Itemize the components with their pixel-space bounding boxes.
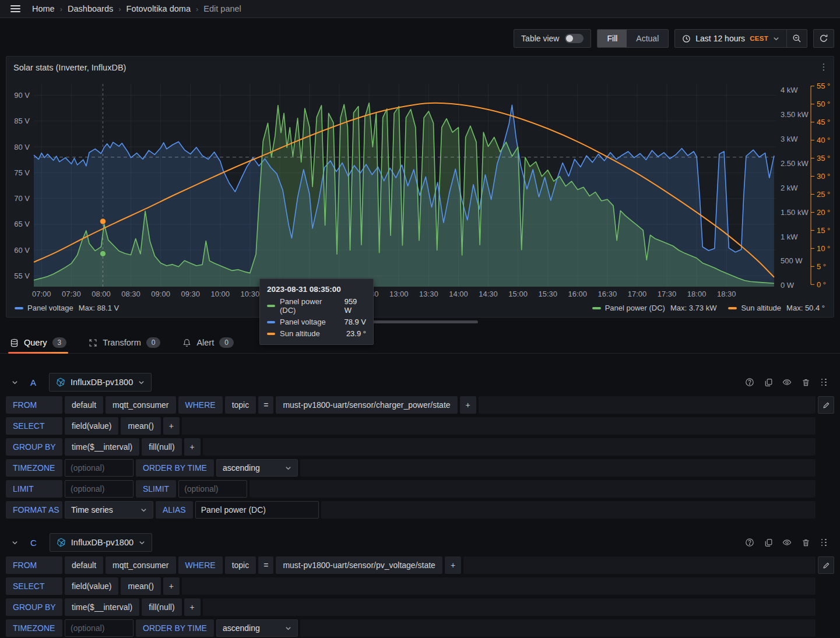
- duplicate-query-button[interactable]: [761, 535, 776, 550]
- tooltip-time: 2023-08-31 08:35:00: [267, 285, 366, 294]
- query-segment[interactable]: fill(null): [142, 598, 181, 616]
- table-view-switch[interactable]: [565, 34, 584, 43]
- breadcrumb-item[interactable]: Home: [32, 4, 55, 13]
- edit-toolbar: Table view Fill Actual Last 12 hours CES…: [0, 18, 840, 48]
- refresh-icon: [819, 34, 828, 43]
- query-help-button[interactable]: [742, 535, 757, 550]
- query-select[interactable]: ascending: [216, 459, 298, 477]
- query-row-end-spacer: [818, 459, 834, 477]
- query-add-button[interactable]: +: [163, 577, 180, 595]
- svg-text:10:00: 10:00: [211, 290, 230, 298]
- query-add-button[interactable]: +: [184, 598, 201, 616]
- query-help-button[interactable]: [742, 375, 757, 390]
- panel-solar-stats: Solar stats (Inverter, InfluxDB) ⋮ 55 V6…: [6, 56, 834, 318]
- fill-button[interactable]: Fill: [598, 30, 627, 47]
- query-input-field[interactable]: [71, 623, 128, 633]
- datasource-picker[interactable]: InfluxDB-pv1800: [50, 533, 152, 552]
- query-segment[interactable]: default: [65, 396, 103, 414]
- svg-text:3.50 kW: 3.50 kW: [781, 110, 809, 119]
- delete-query-button[interactable]: [798, 535, 813, 550]
- datasource-picker[interactable]: InfluxDB-pv1800: [49, 373, 152, 392]
- legend-item[interactable]: Panel voltageMax: 88.1 V: [15, 304, 119, 312]
- delete-query-button[interactable]: [798, 375, 813, 390]
- tooltip-row: Panel power (DC)959 W: [267, 297, 366, 315]
- query-segment[interactable]: mean(): [121, 417, 160, 435]
- svg-text:13:00: 13:00: [389, 290, 409, 298]
- breadcrumb-item[interactable]: Dashboards: [68, 4, 113, 13]
- query-segment[interactable]: time($__interval): [65, 598, 139, 616]
- tab-query[interactable]: Query3: [8, 332, 68, 353]
- query-card-c: CInfluxDB-pv1800FROMdefaultmqtt_consumer…: [6, 533, 834, 637]
- query-select[interactable]: ascending: [216, 619, 298, 637]
- refresh-button[interactable]: [813, 29, 834, 48]
- collapse-chevron-icon[interactable]: [6, 374, 23, 390]
- query-add-button[interactable]: +: [460, 396, 476, 414]
- query-segment[interactable]: must-pv1800-uart/sensor/charger_power/st…: [276, 396, 457, 414]
- chart-svg[interactable]: 55 V60 V65 V70 V75 V80 V85 V90 V0 W500 W…: [6, 79, 834, 301]
- tab-transform[interactable]: Transform0: [87, 332, 162, 353]
- query-input-field[interactable]: [71, 484, 128, 494]
- svg-text:90 V: 90 V: [14, 91, 30, 100]
- query-keyword: GROUP BY: [6, 598, 62, 616]
- query-row-filler: [203, 438, 816, 456]
- query-segment[interactable]: mqtt_consumer: [106, 556, 175, 574]
- query-segment[interactable]: fill(null): [142, 438, 181, 456]
- query-segment[interactable]: field(value): [65, 417, 118, 435]
- query-operator[interactable]: =: [258, 396, 273, 414]
- query-input[interactable]: [65, 459, 133, 477]
- query-input[interactable]: [65, 480, 133, 498]
- tooltip-series-mark: [267, 305, 275, 307]
- time-range-picker[interactable]: Last 12 hours CEST: [675, 30, 786, 47]
- query-add-button[interactable]: +: [445, 556, 461, 574]
- panel-menu-icon[interactable]: ⋮: [816, 59, 831, 75]
- timezone-label: CEST: [750, 35, 768, 42]
- query-input-field[interactable]: [71, 463, 128, 473]
- drag-handle[interactable]: [817, 535, 832, 550]
- query-segment[interactable]: field(value): [65, 577, 118, 595]
- collapse-chevron-icon[interactable]: [6, 534, 23, 551]
- query-input[interactable]: [195, 501, 319, 519]
- query-segment[interactable]: mqtt_consumer: [106, 396, 175, 414]
- tab-alert[interactable]: Alert0: [181, 332, 236, 353]
- datasource-name: InfluxDB-pv1800: [71, 378, 133, 387]
- svg-text:65 V: 65 V: [14, 220, 30, 228]
- svg-text:09:30: 09:30: [181, 290, 200, 298]
- query-add-button[interactable]: +: [163, 417, 180, 435]
- query-input-field[interactable]: [201, 505, 313, 514]
- toggle-visibility-button[interactable]: [779, 535, 795, 550]
- chart-tooltip: 2023-08-31 08:35:00 Panel power (DC)959 …: [259, 279, 374, 345]
- toggle-visibility-button[interactable]: [779, 375, 795, 390]
- query-select[interactable]: Time series: [65, 501, 153, 519]
- influxdb-icon: [56, 378, 65, 387]
- legend-series-max: Max: 3.73 kW: [670, 304, 716, 312]
- svg-text:09:00: 09:00: [151, 290, 170, 298]
- duplicate-query-button[interactable]: [761, 375, 776, 390]
- query-segment[interactable]: must-pv1800-uart/sensor/pv_voltage/state: [276, 556, 442, 574]
- horizontal-scrollbar[interactable]: [371, 320, 478, 323]
- query-segment[interactable]: time($__interval): [65, 438, 139, 456]
- legend-item[interactable]: Sun altitudeMax: 50.4 °: [728, 304, 825, 312]
- query-input-field[interactable]: [184, 484, 241, 494]
- query-row: FORMAT ASTime seriesALIAS: [6, 501, 834, 519]
- query-segment[interactable]: mean(): [121, 577, 160, 595]
- actual-button[interactable]: Actual: [627, 30, 668, 47]
- menu-icon[interactable]: [8, 3, 23, 15]
- query-segment[interactable]: default: [65, 556, 103, 574]
- breadcrumb-item[interactable]: Fotovoltika doma: [126, 4, 191, 13]
- query-segment[interactable]: topic: [225, 396, 256, 414]
- query-operator[interactable]: =: [258, 556, 273, 574]
- edit-raw-query-button[interactable]: [818, 396, 834, 414]
- query-input[interactable]: [178, 480, 247, 498]
- edit-raw-query-button[interactable]: [818, 556, 834, 574]
- drag-handle[interactable]: [817, 375, 832, 390]
- query-input[interactable]: [65, 619, 133, 637]
- query-select-value: Time series: [71, 505, 113, 514]
- query-segment[interactable]: topic: [225, 556, 256, 574]
- legend-item[interactable]: Panel power (DC)Max: 3.73 kW: [592, 304, 717, 312]
- query-add-button[interactable]: +: [184, 438, 201, 456]
- table-view-toggle[interactable]: Table view: [514, 29, 591, 48]
- drag-dots-icon: [821, 539, 828, 547]
- svg-text:18:00: 18:00: [687, 290, 707, 298]
- query-row-end-spacer: [818, 438, 834, 456]
- zoom-out-button[interactable]: [787, 30, 807, 47]
